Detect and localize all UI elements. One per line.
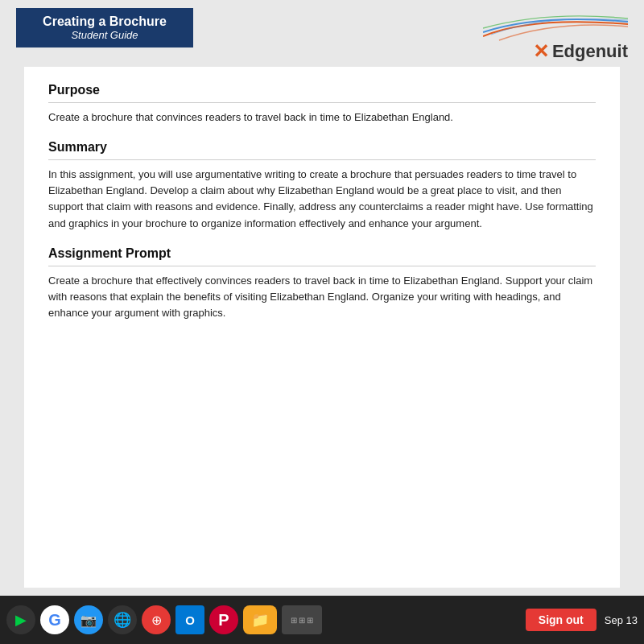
purpose-title: Purpose xyxy=(48,83,596,97)
doc-title: Creating a Brochure xyxy=(32,14,177,29)
outlook-icon[interactable]: O xyxy=(175,605,204,634)
logo-x-icon: ✕ xyxy=(533,40,549,63)
google-icon[interactable]: G xyxy=(40,605,69,634)
screen: Creating a Brochure Student Guide ✕ Edge… xyxy=(0,0,644,644)
target-icon[interactable]: ⊕ xyxy=(142,605,171,634)
powerpoint-icon[interactable]: P xyxy=(209,605,238,634)
play-icon[interactable]: ▶ xyxy=(6,605,35,634)
summary-divider xyxy=(48,159,596,160)
doc-header: Creating a Brochure Student Guide ✕ Edge… xyxy=(0,0,644,67)
edgenuit-logo: ✕ Edgenuit xyxy=(533,40,628,63)
assignment-section: Assignment Prompt Create a brochure that… xyxy=(48,246,596,321)
screen-icon[interactable]: ⊞ ⊞ ⊞ xyxy=(282,605,322,634)
logo-text: Edgenuit xyxy=(552,41,628,62)
swoosh-graphic xyxy=(483,12,628,44)
globe-icon[interactable]: 🌐 xyxy=(108,605,137,634)
purpose-text: Create a brochure that convinces readers… xyxy=(48,109,596,126)
assignment-text: Create a brochure that effectively convi… xyxy=(48,273,596,321)
camera-icon[interactable]: 📷 xyxy=(74,605,103,634)
document-area: Creating a Brochure Student Guide ✕ Edge… xyxy=(0,0,644,596)
summary-title: Summary xyxy=(48,140,596,155)
assignment-title: Assignment Prompt xyxy=(48,246,596,261)
purpose-section: Purpose Create a brochure that convinces… xyxy=(48,83,596,126)
purpose-divider xyxy=(48,102,596,103)
summary-section: Summary In this assignment, you will use… xyxy=(48,140,596,232)
folder-icon[interactable]: 📁 xyxy=(243,605,277,634)
sign-out-button[interactable]: Sign out xyxy=(526,609,597,631)
title-block: Creating a Brochure Student Guide xyxy=(16,8,193,47)
taskbar-time: Sep 13 xyxy=(605,614,638,626)
logo-area: ✕ Edgenuit xyxy=(483,8,628,63)
assignment-divider xyxy=(48,266,596,266)
doc-content: Purpose Create a brochure that convinces… xyxy=(24,67,620,588)
taskbar: ▶ G 📷 🌐 ⊕ O P 📁 ⊞ ⊞ ⊞ Sign out Sep 13 xyxy=(0,596,644,644)
doc-subtitle: Student Guide xyxy=(32,29,177,41)
summary-text: In this assignment, you will use argumen… xyxy=(48,167,596,232)
